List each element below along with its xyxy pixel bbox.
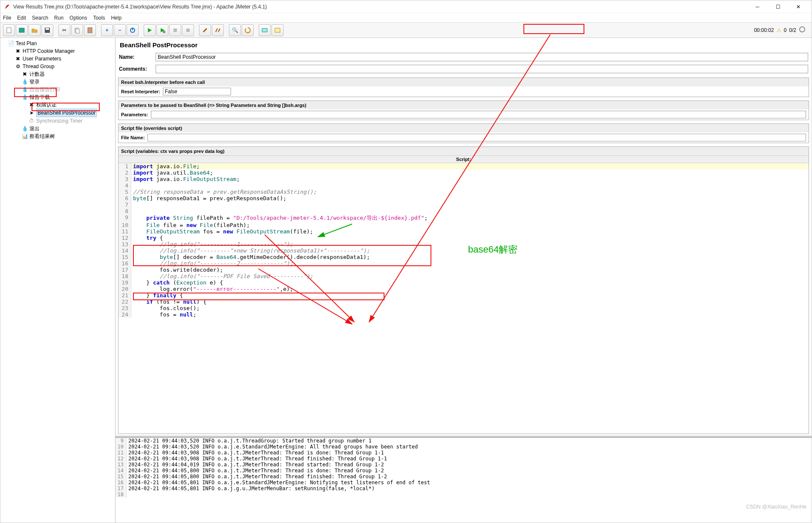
code-line[interactable]: 15 byte[] decoder = Base64.getMimeDecode…	[118, 254, 809, 260]
filename-input[interactable]	[147, 134, 806, 141]
open-button[interactable]	[29, 24, 40, 36]
tree-view-results[interactable]: 📊察看结果树	[22, 132, 114, 140]
shutdown-button[interactable]	[182, 24, 194, 36]
code-line[interactable]: 12 try {	[118, 235, 809, 241]
code-line[interactable]: 3import java.io.FileOutputStream;	[118, 176, 809, 182]
tree-thread-group[interactable]: ⚙Thread Group	[15, 63, 114, 70]
svg-rect-0	[7, 28, 11, 33]
start-button[interactable]	[144, 24, 156, 36]
code-line[interactable]: 20 log.error("------error-------------",…	[118, 286, 809, 292]
tree-counter[interactable]: ✖计数器	[22, 70, 114, 78]
tree-login[interactable]: 💧登录	[22, 78, 114, 86]
name-input[interactable]	[156, 53, 808, 61]
comments-label: Comments:	[119, 66, 153, 72]
svg-rect-1	[19, 28, 24, 32]
start-notimers-button[interactable]	[156, 24, 168, 36]
svg-point-8	[163, 31, 165, 33]
help-button[interactable]	[272, 24, 283, 36]
code-line[interactable]: 16 //log.info("-----------2-------------…	[118, 260, 809, 267]
threads-icon	[799, 26, 806, 34]
code-line[interactable]: 8	[118, 208, 809, 214]
minimize-button[interactable]: ─	[748, 1, 767, 13]
code-line[interactable]: 17 fos.write(decoder);	[118, 267, 809, 273]
log-line: 102024-02-21 09:44:03,520 INFO o.a.j.e.S…	[116, 444, 812, 450]
close-button[interactable]: ✕	[789, 1, 808, 13]
menu-options[interactable]: Options	[69, 15, 87, 21]
code-line[interactable]: 10 File file = new File(filePath);	[118, 222, 809, 228]
code-line[interactable]: 23 fos.close();	[118, 305, 809, 311]
log-line: 132024-02-21 09:44:04,019 INFO o.a.j.t.J…	[116, 462, 812, 468]
function-helper-button[interactable]	[259, 24, 271, 36]
code-line[interactable]: 11 FileOutputStream fos = new FileOutput…	[118, 228, 809, 235]
thread-count: 0/2	[789, 27, 796, 33]
window-title: View Results Tree.jmx (D:\Tools\apache-j…	[13, 4, 748, 10]
reset-input[interactable]	[163, 88, 231, 95]
paste-button[interactable]	[84, 24, 96, 36]
tree-test-plan[interactable]: 📄Test Plan	[8, 40, 114, 47]
log-line: 122024-02-21 09:44:03,908 INFO o.a.j.t.J…	[116, 456, 812, 462]
log-line: 112024-02-21 09:44:03,908 INFO o.a.j.t.J…	[116, 450, 812, 456]
code-line[interactable]: 22 if (fos != null) {	[118, 299, 809, 305]
svg-rect-10	[186, 29, 190, 32]
code-line[interactable]: 18 //log.info("-------PDF File Saved----…	[118, 273, 809, 279]
clear-all-button[interactable]	[212, 24, 224, 36]
log-line: 162024-02-21 09:44:05,801 INFO o.a.j.e.S…	[116, 480, 812, 486]
params-input[interactable]	[151, 111, 806, 118]
tree-report-download[interactable]: 💧报告下载	[22, 93, 114, 101]
menu-help[interactable]: Help	[111, 15, 121, 21]
log-line: 152024-02-21 09:44:05,800 INFO o.a.j.t.J…	[116, 474, 812, 480]
save-button[interactable]	[41, 24, 53, 36]
menu-edit[interactable]: Edit	[17, 15, 26, 21]
code-line[interactable]: 9 private String filePath = "D:/Tools/ap…	[118, 214, 809, 222]
params-label: Parameters:	[121, 112, 148, 117]
code-line[interactable]: 1import java.io.File;	[118, 163, 809, 170]
code-line[interactable]: 4	[118, 182, 809, 189]
code-line[interactable]: 14 //log.info("---------"+new String(res…	[118, 247, 809, 254]
code-line[interactable]: 7	[118, 201, 809, 208]
tree-click-report[interactable]: 💧点击报告打印	[22, 86, 114, 93]
tree-cookie-manager[interactable]: ✖HTTP Cookie Manager	[15, 47, 114, 55]
reset-label: Reset Interpreter:	[121, 89, 160, 94]
test-plan-tree[interactable]: 📄Test Plan ✖HTTP Cookie Manager ✖User Pa…	[0, 38, 116, 523]
new-button[interactable]	[3, 24, 15, 36]
stop-button[interactable]	[169, 24, 181, 36]
log-panel[interactable]: 92024-02-21 09:44:03,520 INFO o.a.j.t.Th…	[116, 437, 812, 523]
reset-search-button[interactable]	[242, 24, 254, 36]
toolbar: ✂ + − 🔍 00:00:02 ⚠ 0 0/2	[0, 23, 812, 38]
tree-user-parameters[interactable]: ✖User Parameters	[15, 55, 114, 63]
menu-run[interactable]: Run	[54, 15, 64, 21]
menu-search[interactable]: Search	[32, 15, 48, 21]
menu-tools[interactable]: Tools	[93, 15, 105, 21]
svg-rect-9	[173, 29, 177, 32]
tree-sync-timer[interactable]: ⏱Synchronizing Timer	[29, 117, 114, 125]
cut-button[interactable]: ✂	[58, 24, 70, 36]
error-count: 0	[784, 27, 787, 33]
toggle-button[interactable]	[127, 24, 139, 36]
warning-icon[interactable]: ⚠	[777, 27, 781, 33]
app-icon	[4, 3, 11, 10]
expand-button[interactable]: +	[101, 24, 113, 36]
collapse-button[interactable]: −	[114, 24, 126, 36]
search-button[interactable]: 🔍	[229, 24, 241, 36]
code-line[interactable]: 2import java.util.Base64;	[118, 170, 809, 176]
annotation-label-base64: base64解密	[468, 243, 517, 256]
copy-button[interactable]	[71, 24, 83, 36]
maximize-button[interactable]: ☐	[768, 1, 788, 13]
code-line[interactable]: 13 //log.info("-----------1-------------…	[118, 241, 809, 247]
name-label: Name:	[119, 54, 153, 60]
menu-file[interactable]: File	[3, 15, 11, 21]
tree-beanshell-postprocessor[interactable]: ➤BeanShell PostProcessor	[29, 109, 114, 117]
editor-panel: BeanShell PostProcessor Name: Comments: …	[116, 38, 812, 437]
code-line[interactable]: 6byte[] responseData1 = prev.getResponse…	[118, 195, 809, 201]
code-line[interactable]: 5//String responseData = prev.getRespons…	[118, 189, 809, 195]
code-line[interactable]: 21 } finally {	[118, 292, 809, 299]
script-editor[interactable]: 1import java.io.File;2import java.util.B…	[118, 163, 809, 434]
code-line[interactable]: 19 } catch (Exception e) {	[118, 279, 809, 286]
tree-logout[interactable]: 💧退出	[22, 125, 114, 132]
tree-auth[interactable]: ✖权限认证	[29, 101, 114, 109]
comments-input[interactable]	[156, 65, 808, 73]
clear-button[interactable]	[199, 24, 211, 36]
editor-heading: BeanShell PostProcessor	[116, 38, 812, 52]
templates-button[interactable]	[16, 24, 28, 36]
code-line[interactable]: 24 fos = null;	[118, 311, 809, 318]
